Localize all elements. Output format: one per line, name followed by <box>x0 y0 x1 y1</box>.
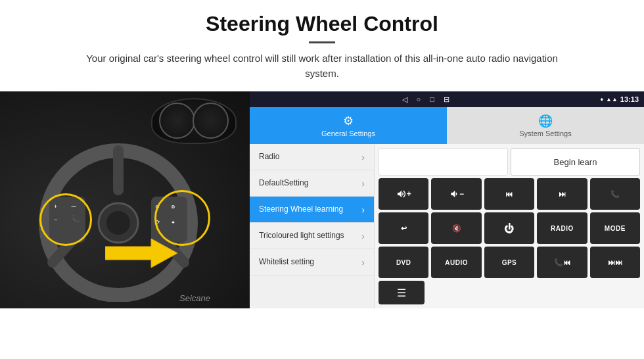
tab-system-label: System Settings <box>519 130 571 137</box>
menu-item-whitelist[interactable]: Whitelist setting › <box>250 249 374 275</box>
mute-button[interactable]: 🔇 <box>431 212 481 244</box>
begin-learn-row: Begin learn <box>379 148 640 176</box>
menu-item-radio-label: Radio <box>259 152 279 162</box>
right-panel: Begin learn + − ⏮ ⏭ 📞 <box>375 144 644 308</box>
location-icon: ♦ <box>600 96 603 103</box>
watermark: Seicane <box>179 293 210 303</box>
dvd-button[interactable]: DVD <box>379 247 428 278</box>
audio-label: AUDIO <box>445 259 468 266</box>
android-ui: ◁ ○ □ ⊟ ♦ ▲▲ 13:13 ⚙ General Settings 🌐 … <box>250 91 644 308</box>
begin-learn-label: Begin learn <box>554 157 597 167</box>
empty-display-box <box>379 148 508 176</box>
tab-general[interactable]: ⚙ General Settings <box>250 107 447 144</box>
bottom-row: ☰ <box>379 281 640 304</box>
phone-prev-button[interactable]: 📞⏮ <box>537 247 587 278</box>
dvd-label: DVD <box>396 259 411 266</box>
chevron-icon: › <box>361 152 365 162</box>
power-button[interactable]: ⏻ <box>484 212 534 244</box>
prev-track-button[interactable]: ⏮ <box>484 178 534 210</box>
gps-label: GPS <box>502 259 517 266</box>
status-bar: ◁ ○ □ ⊟ ♦ ▲▲ 13:13 <box>250 91 644 107</box>
call-end-button[interactable]: ↩ <box>379 212 428 244</box>
tab-system[interactable]: 🌐 System Settings <box>447 107 644 144</box>
home-nav-icon[interactable]: ○ <box>417 95 421 103</box>
next-track-button[interactable]: ⏭ <box>537 178 587 210</box>
page-header: Steering Wheel Control Your original car… <box>0 0 644 89</box>
chevron-icon: › <box>361 257 365 268</box>
radio-btn[interactable]: RADIO <box>537 212 587 244</box>
begin-learn-button[interactable]: Begin learn <box>511 148 640 176</box>
divider <box>309 41 335 43</box>
phone-answer-button[interactable]: 📞 <box>590 178 640 210</box>
arrow-indicator <box>105 233 184 275</box>
car-image: + 〜 − 📞 ⊕ ⊗ ⟳ ✦ <box>0 91 250 308</box>
menu-item-radio[interactable]: Radio › <box>250 144 374 170</box>
header-subtitle: Your original car's steering wheel contr… <box>85 51 559 81</box>
vol-up-button[interactable]: + <box>379 178 428 210</box>
gear-icon: ⚙ <box>343 114 354 128</box>
menu-list: Radio › DefaultSetting › Steering Wheel … <box>250 144 644 308</box>
menu-items: Radio › DefaultSetting › Steering Wheel … <box>250 144 375 308</box>
page-title: Steering Wheel Control <box>13 12 631 36</box>
mode-label: MODE <box>605 225 626 232</box>
back-nav-icon[interactable]: ◁ <box>402 95 407 104</box>
gps-button[interactable]: GPS <box>484 247 534 278</box>
menu-item-default[interactable]: DefaultSetting › <box>250 170 374 197</box>
forward-skip-button[interactable]: ⏭⏭ <box>590 247 640 278</box>
mode-button[interactable]: MODE <box>590 212 640 244</box>
main-content: + 〜 − 📞 ⊕ ⊗ ⟳ ✦ <box>0 91 644 308</box>
chevron-icon: › <box>361 178 365 189</box>
tab-general-label: General Settings <box>321 130 375 137</box>
controls-grid: + − ⏮ ⏭ 📞 ↩ 🔇 ⏻ RADIO <box>379 178 640 278</box>
steering-wheel-svg: + 〜 − 📞 ⊕ ⊗ ⟳ ✦ <box>13 131 223 302</box>
menu-nav-icon[interactable]: ⊟ <box>444 95 449 104</box>
wifi-icon: ▲▲ <box>606 96 618 103</box>
vol-down-button[interactable]: − <box>431 178 481 210</box>
menu-icon-button[interactable]: ☰ <box>379 281 425 304</box>
chevron-icon: › <box>361 231 365 241</box>
steering-wheel-bg: + 〜 − 📞 ⊕ ⊗ ⟳ ✦ <box>0 91 250 308</box>
globe-icon: 🌐 <box>538 114 553 128</box>
menu-item-whitelist-label: Whitelist setting <box>259 257 314 268</box>
menu-item-default-label: DefaultSetting <box>259 178 308 189</box>
menu-item-tricoloured-label: Tricoloured light settings <box>259 231 344 241</box>
menu-item-steering-label: Steering Wheel learning <box>259 204 343 215</box>
radio-btn-label: RADIO <box>551 225 574 232</box>
nav-icons: ◁ ○ □ ⊟ <box>255 95 596 104</box>
chevron-icon: › <box>361 204 365 215</box>
svg-marker-16 <box>105 239 177 268</box>
menu-item-tricoloured[interactable]: Tricoloured light settings › <box>250 223 374 249</box>
yellow-circle-left <box>39 193 92 246</box>
recents-nav-icon[interactable]: □ <box>430 95 434 103</box>
status-time: 13:13 <box>620 95 639 103</box>
svg-point-5 <box>106 211 130 235</box>
menu-item-steering[interactable]: Steering Wheel learning › <box>250 197 374 223</box>
status-bar-icons: ♦ ▲▲ 13:13 <box>600 95 639 103</box>
top-tabs: ⚙ General Settings 🌐 System Settings <box>250 107 644 144</box>
audio-button[interactable]: AUDIO <box>431 247 481 278</box>
